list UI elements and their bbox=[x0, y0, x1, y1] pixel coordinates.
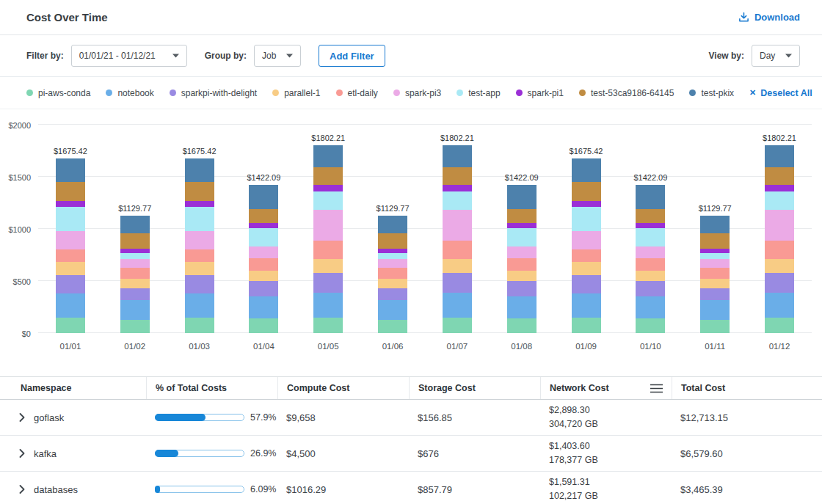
bar-segment-test-app[interactable] bbox=[636, 228, 665, 247]
bar-segment-pi-aws-conda[interactable] bbox=[765, 318, 794, 333]
bar-segment-test-app[interactable] bbox=[507, 228, 537, 247]
bar-segment-etl-daily[interactable] bbox=[700, 268, 730, 280]
legend-item-test-pkix[interactable]: test-pkix bbox=[689, 88, 734, 98]
bar-segment-test-app[interactable] bbox=[249, 228, 278, 247]
bar-segment-notebook[interactable] bbox=[507, 296, 537, 318]
date-range-select[interactable]: 01/01/21 - 01/12/21 bbox=[71, 45, 187, 67]
bar-segment-spark-pi3[interactable] bbox=[636, 246, 665, 258]
bar-segment-etl-daily[interactable] bbox=[249, 258, 278, 271]
bar-segment-notebook[interactable] bbox=[572, 293, 601, 318]
bar-segment-notebook[interactable] bbox=[700, 300, 730, 320]
bar-segment-test-53ca9186-64145[interactable] bbox=[249, 209, 278, 222]
bar-segment-test-53ca9186-64145[interactable] bbox=[313, 167, 343, 185]
bar-segment-notebook[interactable] bbox=[636, 296, 665, 318]
bar-segment-parallel-1[interactable] bbox=[120, 279, 150, 288]
bar-segment-test-pkix[interactable] bbox=[572, 158, 601, 182]
bar-segment-sparkpi-with-delight[interactable] bbox=[507, 281, 537, 296]
table-row[interactable]: kafka 26.9% $4,500 $676 $1,403.60 178,37… bbox=[0, 436, 822, 472]
bar-segment-test-pkix[interactable] bbox=[120, 216, 150, 233]
bar-segment-test-53ca9186-64145[interactable] bbox=[507, 209, 537, 222]
legend-item-etl-daily[interactable]: etl-daily bbox=[336, 88, 378, 98]
chevron-right-icon[interactable] bbox=[19, 413, 25, 422]
bar-segment-sparkpi-with-delight[interactable] bbox=[249, 281, 278, 296]
bar-segment-spark-pi1[interactable] bbox=[636, 223, 665, 228]
bar-segment-sparkpi-with-delight[interactable] bbox=[572, 275, 601, 294]
bar-segment-spark-pi3[interactable] bbox=[378, 259, 407, 267]
bar-segment-pi-aws-conda[interactable] bbox=[507, 318, 537, 333]
bar-segment-spark-pi1[interactable] bbox=[185, 201, 214, 208]
bar-segment-pi-aws-conda[interactable] bbox=[120, 320, 150, 333]
bar-segment-pi-aws-conda[interactable] bbox=[636, 318, 665, 333]
bar-segment-test-pkix[interactable] bbox=[56, 158, 85, 182]
bar-segment-parallel-1[interactable] bbox=[572, 262, 601, 274]
stacked-bar[interactable] bbox=[700, 216, 730, 333]
bar-segment-pi-aws-conda[interactable] bbox=[249, 318, 278, 333]
legend-item-notebook[interactable]: notebook bbox=[106, 88, 153, 98]
bar-segment-test-pkix[interactable] bbox=[765, 145, 794, 167]
bar-segment-test-pkix[interactable] bbox=[249, 185, 278, 209]
stacked-bar[interactable] bbox=[120, 216, 150, 333]
bar-segment-etl-daily[interactable] bbox=[56, 249, 85, 262]
stacked-bar[interactable] bbox=[765, 145, 794, 333]
bar-segment-test-53ca9186-64145[interactable] bbox=[120, 233, 150, 249]
bar-segment-parallel-1[interactable] bbox=[765, 259, 794, 272]
bar-segment-sparkpi-with-delight[interactable] bbox=[185, 275, 214, 294]
bar-segment-spark-pi1[interactable] bbox=[56, 201, 85, 208]
bar-segment-etl-daily[interactable] bbox=[378, 268, 407, 280]
bar-segment-etl-daily[interactable] bbox=[572, 249, 601, 262]
bar-segment-sparkpi-with-delight[interactable] bbox=[700, 288, 730, 300]
bar-segment-parallel-1[interactable] bbox=[249, 271, 278, 281]
bar-segment-test-pkix[interactable] bbox=[443, 145, 472, 167]
stacked-bar[interactable] bbox=[313, 145, 343, 333]
chevron-right-icon[interactable] bbox=[19, 449, 25, 458]
bar-segment-test-app[interactable] bbox=[765, 191, 794, 211]
bar-segment-test-app[interactable] bbox=[185, 207, 214, 231]
bar-segment-parallel-1[interactable] bbox=[56, 262, 85, 274]
bar-segment-test-53ca9186-64145[interactable] bbox=[56, 182, 85, 201]
stacked-bar[interactable] bbox=[572, 158, 601, 333]
legend-item-test-53ca9186-64145[interactable]: test-53ca9186-64145 bbox=[579, 88, 674, 98]
bar-segment-sparkpi-with-delight[interactable] bbox=[636, 281, 665, 296]
bar-segment-test-pkix[interactable] bbox=[507, 185, 537, 209]
stacked-bar[interactable] bbox=[636, 185, 665, 333]
bar-segment-test-app[interactable] bbox=[56, 207, 85, 231]
bar-segment-test-53ca9186-64145[interactable] bbox=[378, 233, 407, 249]
bar-segment-test-app[interactable] bbox=[443, 191, 472, 211]
bar-segment-spark-pi3[interactable] bbox=[572, 231, 601, 250]
bar-segment-sparkpi-with-delight[interactable] bbox=[378, 288, 407, 300]
bar-segment-test-app[interactable] bbox=[700, 253, 730, 260]
bar-segment-test-pkix[interactable] bbox=[700, 216, 730, 233]
bar-segment-spark-pi3[interactable] bbox=[313, 210, 343, 240]
bar-segment-notebook[interactable] bbox=[765, 293, 794, 318]
bar-segment-test-pkix[interactable] bbox=[313, 145, 343, 167]
bar-segment-pi-aws-conda[interactable] bbox=[313, 318, 343, 333]
stacked-bar[interactable] bbox=[249, 185, 278, 333]
stacked-bar[interactable] bbox=[378, 216, 407, 333]
bar-segment-spark-pi1[interactable] bbox=[572, 201, 601, 208]
bar-segment-etl-daily[interactable] bbox=[120, 268, 150, 280]
bar-segment-notebook[interactable] bbox=[185, 293, 214, 318]
bar-segment-parallel-1[interactable] bbox=[507, 271, 537, 281]
legend-item-sparkpi-with-delight[interactable]: sparkpi-with-delight bbox=[170, 88, 257, 98]
bar-segment-test-53ca9186-64145[interactable] bbox=[572, 182, 601, 201]
bar-segment-etl-daily[interactable] bbox=[443, 241, 472, 260]
chevron-right-icon[interactable] bbox=[19, 485, 25, 494]
legend-item-spark-pi1[interactable]: spark-pi1 bbox=[516, 88, 564, 98]
bar-segment-spark-pi1[interactable] bbox=[765, 185, 794, 191]
bar-segment-spark-pi3[interactable] bbox=[120, 259, 150, 267]
stacked-bar[interactable] bbox=[56, 158, 85, 333]
stacked-bar[interactable] bbox=[185, 158, 214, 333]
bar-segment-parallel-1[interactable] bbox=[636, 271, 665, 281]
bar-segment-spark-pi1[interactable] bbox=[443, 185, 472, 191]
bar-segment-parallel-1[interactable] bbox=[185, 262, 214, 274]
bar-segment-spark-pi3[interactable] bbox=[443, 210, 472, 240]
deselect-all-button[interactable]: ✕ Deselect All bbox=[749, 88, 812, 98]
bar-segment-notebook[interactable] bbox=[56, 293, 85, 318]
bar-segment-spark-pi3[interactable] bbox=[185, 231, 214, 250]
download-button[interactable]: Download bbox=[738, 12, 800, 23]
column-settings-icon[interactable] bbox=[650, 384, 663, 393]
bar-segment-test-pkix[interactable] bbox=[378, 216, 407, 233]
bar-segment-parallel-1[interactable] bbox=[313, 259, 343, 272]
bar-segment-etl-daily[interactable] bbox=[185, 249, 214, 262]
legend-item-spark-pi3[interactable]: spark-pi3 bbox=[393, 88, 441, 98]
